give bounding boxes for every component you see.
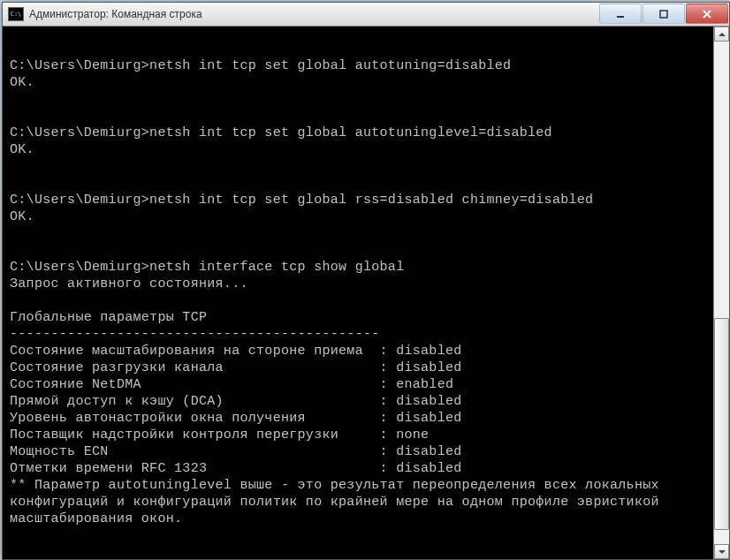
terminal-window: Администратор: Командная строка C:\Users… xyxy=(2,2,730,560)
svg-rect-1 xyxy=(660,11,667,18)
console-viewport[interactable]: C:\Users\Demiurg>netsh int tcp set globa… xyxy=(3,26,729,559)
minimize-button[interactable] xyxy=(599,4,642,24)
console-output: C:\Users\Demiurg>netsh int tcp set globa… xyxy=(10,41,722,527)
chevron-up-icon xyxy=(719,33,726,36)
scroll-down-button[interactable] xyxy=(714,544,729,559)
svg-rect-0 xyxy=(617,16,624,18)
scroll-thumb[interactable] xyxy=(714,318,729,530)
minimize-icon xyxy=(616,10,625,19)
window-title: Администратор: Командная строка xyxy=(29,8,599,20)
chevron-down-icon xyxy=(719,550,726,554)
vertical-scrollbar[interactable] xyxy=(713,26,729,559)
scroll-up-button[interactable] xyxy=(714,26,729,42)
close-icon xyxy=(703,10,711,19)
titlebar[interactable]: Администратор: Командная строка xyxy=(3,3,729,26)
maximize-icon xyxy=(659,10,668,19)
window-controls xyxy=(599,3,729,26)
system-menu-icon[interactable] xyxy=(8,7,24,21)
close-button[interactable] xyxy=(686,4,728,24)
maximize-button[interactable] xyxy=(643,4,685,24)
